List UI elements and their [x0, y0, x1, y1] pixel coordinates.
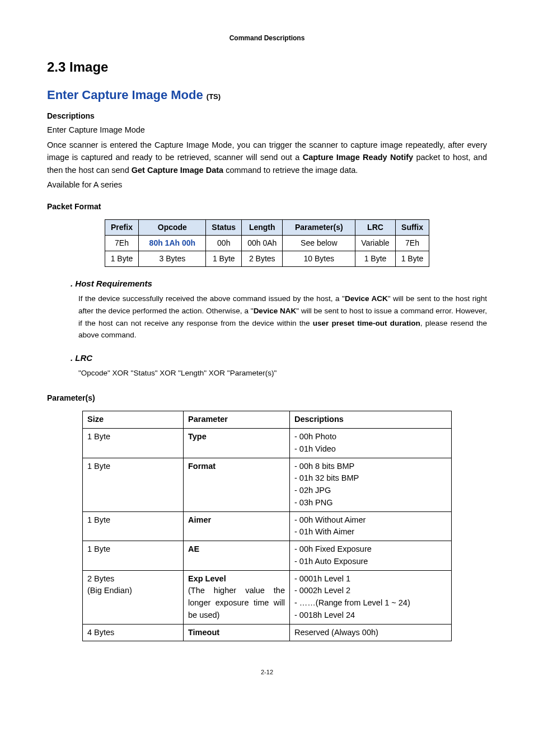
opcode-value: 80h 1Ah 00h: [149, 238, 195, 247]
parameters-label: Parameter(s): [47, 393, 487, 403]
params-table-wrap: Size Parameter Descriptions 1 ByteType- …: [47, 411, 487, 641]
cell-parameter: Exp Level(The higher value the longer ex…: [184, 570, 290, 624]
host-requirements-body: If the device successfully received the …: [78, 293, 487, 341]
cell: 10 Bytes: [283, 251, 355, 267]
host-bold-f: user preset time-out duration: [313, 319, 420, 327]
command-heading-ts: (TS): [207, 92, 221, 101]
descriptions-available: Available for A series: [47, 179, 487, 191]
packet-table-wrap: Prefix Opcode Status Length Parameter(s)…: [47, 219, 487, 267]
table-row: 2 Bytes(Big Endian)Exp Level(The higher …: [83, 570, 452, 624]
col-status: Status: [206, 220, 242, 236]
col-prefix: Prefix: [105, 220, 139, 236]
cell: 7Eh: [105, 236, 139, 251]
page-number: 2-12: [47, 668, 487, 677]
cell: Variable: [355, 236, 395, 251]
cell-size: 1 Byte: [83, 511, 184, 541]
packet-format-label: Packet Format: [47, 201, 487, 212]
desc-bold-d: Get Capture Image Data: [132, 166, 223, 175]
host-bold-b: Device ACK: [345, 294, 388, 303]
col-suffix: Suffix: [395, 220, 429, 236]
table-row: 1 ByteAimer- 00h Without Aimer- 01h With…: [83, 511, 452, 541]
col-lrc: LRC: [355, 220, 395, 236]
cell-parameter: Aimer: [184, 511, 290, 541]
cell: 7Eh: [395, 236, 429, 251]
cell-opcode: 80h 1Ah 00h: [139, 236, 206, 251]
table-row: 1 Byte 3 Bytes 1 Byte 2 Bytes 10 Bytes 1…: [105, 251, 429, 267]
col-parameter: Parameter: [184, 411, 290, 429]
table-row: Prefix Opcode Status Length Parameter(s)…: [105, 220, 429, 236]
cell: 00h: [206, 236, 242, 251]
cell-descriptions: - 00h Without Aimer- 01h With Aimer: [290, 511, 452, 541]
table-row: 1 ByteFormat- 00h 8 bits BMP- 01h 32 bit…: [83, 458, 452, 511]
lrc-section: . LRC "Opcode" XOR "Status" XOR "Length"…: [71, 353, 487, 379]
parameters-table: Size Parameter Descriptions 1 ByteType- …: [82, 411, 452, 641]
table-row: 4 BytesTimeoutReserved (Always 00h): [83, 624, 452, 641]
desc-bold-b: Capture Image Ready Notify: [303, 153, 413, 162]
lrc-heading: . LRC: [71, 353, 487, 364]
descriptions-line1: Enter Capture Image Mode: [47, 124, 487, 136]
cell: 3 Bytes: [139, 251, 206, 267]
cell-descriptions: - 0001h Level 1- 0002h Level 2- ……(Range…: [290, 570, 452, 624]
col-length: Length: [242, 220, 283, 236]
cell: 1 Byte: [395, 251, 429, 267]
lrc-body: "Opcode" XOR "Status" XOR "Length" XOR "…: [78, 367, 487, 379]
table-row: 1 ByteType- 00h Photo- 01h Video: [83, 429, 452, 458]
command-heading: Enter Capture Image Mode (TS): [47, 87, 487, 104]
host-requirements-heading: . Host Requirements: [71, 278, 487, 289]
descriptions-label: Descriptions: [47, 111, 487, 121]
cell-descriptions: - 00h 8 bits BMP- 01h 32 bits BMP- 02h J…: [290, 458, 452, 511]
host-bold-d: Device NAK: [254, 307, 297, 315]
cell-descriptions: - 00h Fixed Exposure- 01h Auto Exposure: [290, 541, 452, 571]
cell: 2 Bytes: [242, 251, 283, 267]
packet-format-table: Prefix Opcode Status Length Parameter(s)…: [105, 219, 430, 267]
cell: 1 Byte: [206, 251, 242, 267]
table-row: Size Parameter Descriptions: [83, 411, 452, 429]
col-descriptions: Descriptions: [290, 411, 452, 429]
col-opcode: Opcode: [139, 220, 206, 236]
cell-size: 2 Bytes(Big Endian): [83, 570, 184, 624]
cell-descriptions: Reserved (Always 00h): [290, 624, 452, 641]
cell-size: 1 Byte: [83, 429, 184, 458]
table-row: 1 ByteAE- 00h Fixed Exposure- 01h Auto E…: [83, 541, 452, 571]
cell-size: 1 Byte: [83, 458, 184, 511]
descriptions-paragraph: Once scanner is entered the Capture Imag…: [47, 139, 487, 176]
host-text-a: If the device successfully received the …: [78, 294, 345, 303]
page-header: Command Descriptions: [47, 34, 487, 43]
cell: See below: [283, 236, 355, 251]
cell-parameter: Type: [184, 429, 290, 458]
cell-parameter: Timeout: [184, 624, 290, 641]
col-parameters: Parameter(s): [283, 220, 355, 236]
cell: 1 Byte: [105, 251, 139, 267]
desc-text-e: command to retrieve the image data.: [223, 166, 358, 175]
cell-parameter: AE: [184, 541, 290, 571]
cell: 00h 0Ah: [242, 236, 283, 251]
cell-size: 4 Bytes: [83, 624, 184, 641]
cell-descriptions: - 00h Photo- 01h Video: [290, 429, 452, 458]
cell: 1 Byte: [355, 251, 395, 267]
cell-parameter: Format: [184, 458, 290, 511]
cell-size: 1 Byte: [83, 541, 184, 571]
col-size: Size: [83, 411, 184, 429]
host-requirements-section: . Host Requirements If the device succes…: [71, 278, 487, 341]
section-heading-2-3: 2.3 Image: [47, 58, 487, 76]
table-row: 7Eh 80h 1Ah 00h 00h 00h 0Ah See below Va…: [105, 236, 429, 251]
command-heading-main: Enter Capture Image Mode: [47, 88, 207, 102]
